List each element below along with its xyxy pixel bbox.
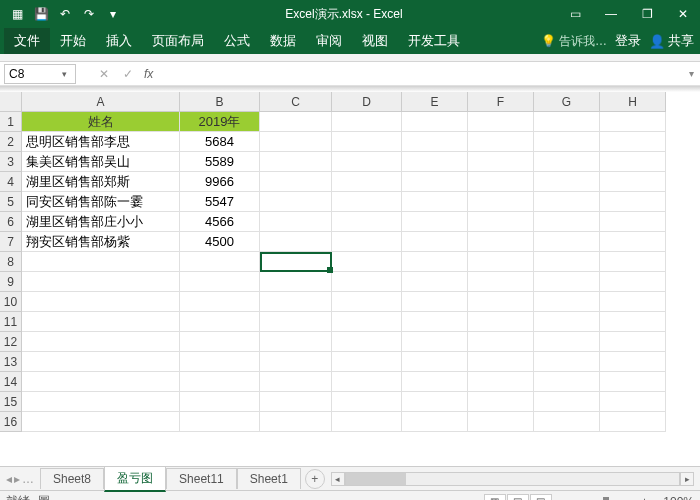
tab-developer[interactable]: 开发工具 [398,28,470,54]
cell[interactable] [600,412,666,432]
row-header[interactable]: 1 [0,112,22,132]
cell[interactable] [402,292,468,312]
cell[interactable] [600,192,666,212]
cell[interactable] [402,112,468,132]
cell[interactable] [600,152,666,172]
tab-view[interactable]: 视图 [352,28,398,54]
cell[interactable] [260,252,332,272]
cell[interactable]: 9966 [180,172,260,192]
cell[interactable] [22,412,180,432]
row-header[interactable]: 9 [0,272,22,292]
minimize-button[interactable]: — [594,0,628,28]
tell-me-search[interactable]: 💡 告诉我… [541,33,607,50]
name-box[interactable]: C8 ▾ [4,64,76,84]
cell[interactable] [260,312,332,332]
cell[interactable] [600,232,666,252]
select-all-corner[interactable] [0,92,22,112]
cell[interactable] [332,192,402,212]
cell[interactable] [180,332,260,352]
cell[interactable] [332,152,402,172]
cell[interactable] [534,252,600,272]
col-header-E[interactable]: E [402,92,468,112]
cell[interactable] [260,132,332,152]
cell[interactable] [332,392,402,412]
sheet-tab-yingkui[interactable]: 盈亏图 [104,466,166,492]
grid[interactable]: A B C D E F G H 1姓名2019年2思明区销售部李思56843集美… [0,92,700,466]
view-layout-icon[interactable]: ▣ [507,494,529,501]
cell[interactable] [468,232,534,252]
row-header[interactable]: 2 [0,132,22,152]
cell[interactable] [600,292,666,312]
cell[interactable] [402,272,468,292]
formula-confirm-icon[interactable]: ✓ [120,67,136,81]
cell[interactable] [332,252,402,272]
cell[interactable] [402,352,468,372]
cell[interactable] [332,112,402,132]
cell[interactable] [402,252,468,272]
cell[interactable] [534,172,600,192]
add-sheet-button[interactable]: + [305,469,325,489]
cell[interactable] [180,352,260,372]
cell[interactable] [260,332,332,352]
sheet-tab-sheet8[interactable]: Sheet8 [40,468,104,489]
cell[interactable] [468,352,534,372]
row-header[interactable]: 7 [0,232,22,252]
cell[interactable] [22,292,180,312]
row-header[interactable]: 10 [0,292,22,312]
cell[interactable] [260,212,332,232]
scroll-left-icon[interactable]: ◂ [331,472,345,486]
cell[interactable] [402,172,468,192]
cell[interactable] [180,272,260,292]
view-normal-icon[interactable]: ▦ [484,494,506,501]
cell[interactable] [332,132,402,152]
cell[interactable] [402,152,468,172]
cell[interactable] [260,292,332,312]
cell[interactable] [260,112,332,132]
scroll-thumb[interactable] [346,473,406,485]
cell[interactable] [534,292,600,312]
cell[interactable] [534,132,600,152]
cell[interactable] [600,132,666,152]
cell[interactable] [600,392,666,412]
cell[interactable]: 5684 [180,132,260,152]
cell[interactable] [468,212,534,232]
zoom-out-button[interactable]: − [562,495,569,501]
cell[interactable] [600,352,666,372]
cell[interactable] [534,192,600,212]
cell[interactable] [260,152,332,172]
cell[interactable] [332,212,402,232]
formula-bar-expand-icon[interactable]: ▾ [682,68,700,79]
cell[interactable] [180,292,260,312]
tab-formulas[interactable]: 公式 [214,28,260,54]
cell[interactable] [260,352,332,372]
cell[interactable] [402,392,468,412]
scroll-track[interactable] [345,472,680,486]
tab-review[interactable]: 审阅 [306,28,352,54]
row-header[interactable]: 3 [0,152,22,172]
cell[interactable]: 集美区销售部吴山 [22,152,180,172]
cell[interactable] [534,272,600,292]
cell[interactable] [22,312,180,332]
cell[interactable] [468,112,534,132]
cell[interactable] [332,172,402,192]
cell[interactable] [180,392,260,412]
cell[interactable] [402,412,468,432]
cell[interactable] [402,332,468,352]
row-header[interactable]: 13 [0,352,22,372]
row-header[interactable]: 11 [0,312,22,332]
cell[interactable] [468,372,534,392]
cell[interactable]: 思明区销售部李思 [22,132,180,152]
cell[interactable] [534,152,600,172]
row-header[interactable]: 16 [0,412,22,432]
scroll-right-icon[interactable]: ▸ [680,472,694,486]
cell[interactable] [600,252,666,272]
cell[interactable] [332,412,402,432]
tab-data[interactable]: 数据 [260,28,306,54]
cell[interactable] [332,352,402,372]
cell[interactable] [468,272,534,292]
col-header-B[interactable]: B [180,92,260,112]
cell[interactable] [534,372,600,392]
view-pagebreak-icon[interactable]: ▤ [530,494,552,501]
cell[interactable]: 5589 [180,152,260,172]
formula-cancel-icon[interactable]: ✕ [96,67,112,81]
